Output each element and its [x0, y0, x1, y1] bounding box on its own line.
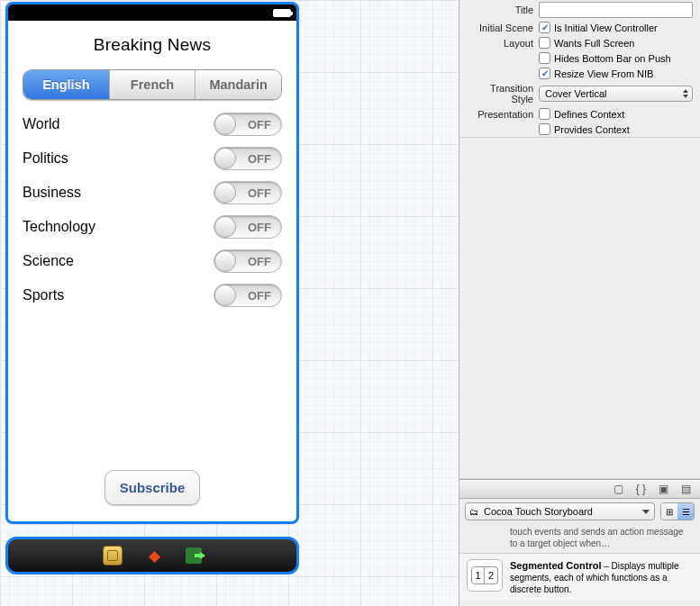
- defines-context-checkbox[interactable]: [539, 108, 550, 120]
- segment-mandarin[interactable]: Mandarin: [195, 70, 281, 99]
- storyboard-canvas[interactable]: Breaking News English French Mandarin Wo…: [0, 0, 459, 606]
- title-field-label: Title: [467, 5, 539, 15]
- category-row: Technology OFF: [23, 215, 282, 239]
- switch-politics[interactable]: OFF: [214, 147, 282, 170]
- category-row: Business OFF: [23, 181, 282, 204]
- category-label: Politics: [23, 150, 68, 167]
- media-tab-icon[interactable]: ▤: [681, 483, 691, 495]
- wants-full-screen-checkbox[interactable]: [539, 37, 550, 49]
- initial-scene-label: Initial Scene: [467, 23, 539, 33]
- provides-context-label: Provides Context: [554, 124, 630, 135]
- file-template-tab-icon[interactable]: ▢: [614, 483, 623, 495]
- wants-full-screen-label: Wants Full Screen: [554, 38, 634, 49]
- resize-from-nib-label: Resize View From NIB: [554, 68, 653, 79]
- library-item-segmented-control[interactable]: 12 Segmented Control – Displays multiple…: [459, 553, 700, 601]
- category-label: Science: [23, 253, 74, 269]
- battery-icon: [273, 9, 291, 17]
- code-snippet-tab-icon[interactable]: { }: [636, 483, 646, 495]
- exit-icon[interactable]: [186, 547, 202, 564]
- status-bar: [8, 5, 296, 21]
- is-initial-vc-checkbox[interactable]: [539, 22, 550, 33]
- is-initial-vc-label: Is Initial View Controller: [554, 23, 658, 33]
- subscribe-button[interactable]: Subscribe: [105, 470, 201, 505]
- view-controller-icon[interactable]: ◆: [144, 546, 164, 565]
- library-tabs[interactable]: ▢ { } ▣ ▤: [459, 479, 700, 499]
- segment-french[interactable]: French: [109, 70, 195, 99]
- app-title: Breaking News: [23, 35, 282, 55]
- category-row: World OFF: [23, 113, 282, 136]
- iphone-view[interactable]: Breaking News English French Mandarin Wo…: [5, 2, 299, 524]
- transition-label: Transition Style: [467, 83, 539, 104]
- defines-context-label: Defines Context: [554, 109, 624, 120]
- switch-science[interactable]: OFF: [214, 249, 282, 273]
- inspector-spacer: [459, 137, 700, 479]
- library-item-title: Segmented Control: [510, 560, 601, 571]
- category-row: Science OFF: [23, 249, 282, 273]
- language-segmented-control[interactable]: English French Mandarin: [23, 69, 282, 100]
- hides-bottom-bar-label: Hides Bottom Bar on Push: [554, 53, 671, 64]
- category-label: Sports: [23, 287, 64, 303]
- category-row: Politics OFF: [23, 147, 282, 170]
- inspector-panel: Title Initial Scene Is Initial View Cont…: [459, 0, 700, 606]
- resize-from-nib-checkbox[interactable]: [539, 68, 550, 79]
- category-label: Technology: [23, 219, 95, 235]
- category-label: Business: [23, 185, 81, 201]
- first-responder-icon[interactable]: [103, 546, 123, 565]
- switch-technology[interactable]: OFF: [214, 215, 282, 239]
- library-item-partial: touch events and sends an action message…: [459, 524, 700, 553]
- switch-sports[interactable]: OFF: [214, 284, 282, 307]
- provides-context-checkbox[interactable]: [539, 123, 550, 135]
- object-tab-icon[interactable]: ▣: [659, 483, 668, 495]
- layout-label: Layout: [467, 38, 539, 49]
- scene-dock[interactable]: ◆: [5, 537, 299, 574]
- switch-world[interactable]: OFF: [214, 113, 282, 136]
- title-input[interactable]: [539, 2, 693, 18]
- library-view-toggle[interactable]: ⊞ ☰: [660, 502, 695, 520]
- segmented-control-icon: 12: [467, 559, 503, 592]
- grid-view-icon[interactable]: ⊞: [661, 503, 677, 520]
- hides-bottom-bar-checkbox[interactable]: [539, 52, 550, 64]
- switch-business[interactable]: OFF: [214, 181, 282, 204]
- list-view-icon[interactable]: ☰: [677, 503, 694, 520]
- library-filter-select[interactable]: Cocoa Touch Storyboard: [465, 502, 655, 520]
- segment-english[interactable]: English: [23, 70, 109, 99]
- category-label: World: [23, 116, 60, 132]
- presentation-label: Presentation: [467, 109, 539, 120]
- transition-style-select[interactable]: Cover Vertical: [539, 86, 693, 102]
- category-row: Sports OFF: [23, 284, 282, 307]
